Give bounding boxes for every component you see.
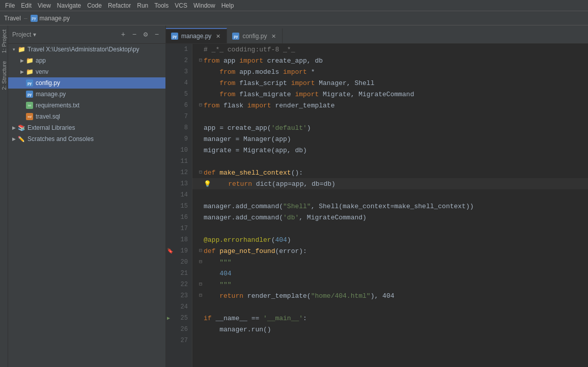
tree-arrow-venv: ▶ <box>18 69 25 74</box>
line-number-6: 6 <box>166 100 192 111</box>
code-content[interactable]: # _*_ codding:utf-8 _*_⊟from app import … <box>192 44 588 367</box>
code-line-22[interactable]: ⊟ """ <box>192 279 588 290</box>
code-line-3[interactable]: from app.models import * <box>192 66 588 77</box>
add-button[interactable]: + <box>119 30 128 39</box>
fold-arrow-22[interactable]: ⊟ <box>198 281 204 288</box>
fold-arrow-20[interactable]: ⊟ <box>198 259 204 265</box>
line-number-2: 2 <box>166 55 192 66</box>
menubar-view[interactable]: View <box>35 2 54 9</box>
code-line-6[interactable]: ⊟from flask import render_template <box>192 100 588 111</box>
code-line-17[interactable] <box>192 223 588 234</box>
code-line-18[interactable]: @app.errorhandler(404) <box>192 234 588 245</box>
warning-icon-13: 💡 <box>204 180 211 188</box>
line-number-11: 11 <box>166 156 192 167</box>
tree-item-requirements[interactable]: txt requirements.txt <box>8 100 165 111</box>
menubar-vcs[interactable]: VCS <box>172 2 190 9</box>
tree-arrow-ext: ▶ <box>10 125 17 130</box>
code-line-15[interactable]: manager.add_command("Shell", Shell(make_… <box>192 201 588 212</box>
tab-config-py[interactable]: py config.py ✕ <box>227 28 283 43</box>
sidebar: Project ▾ + − ⚙ − ▾ 📁 Travel X:\Users\Ad… <box>8 25 166 367</box>
folder-icon-root: 📁 <box>17 45 25 53</box>
menubar-run[interactable]: Run <box>134 2 151 9</box>
tree-label-manage: manage.py <box>36 91 66 98</box>
line-number-16: 16 <box>166 212 192 223</box>
tree-item-manage[interactable]: py manage.py <box>8 89 165 100</box>
settings-button[interactable]: ⚙ <box>141 30 150 39</box>
menubar-tools[interactable]: Tools <box>151 2 172 9</box>
code-line-4[interactable]: from flask_script import Manager, Shell <box>192 77 588 89</box>
menubar-edit[interactable]: Edit <box>18 2 35 9</box>
menubar-help[interactable]: Help <box>218 2 237 9</box>
tab-close-manage[interactable]: ✕ <box>214 33 221 40</box>
side-tab-project[interactable]: 1: Project <box>0 25 8 57</box>
tree-item-sql[interactable]: sql travel.sql <box>8 111 165 122</box>
code-line-10[interactable]: migrate = Migrate(app, db) <box>192 145 588 156</box>
code-line-11[interactable] <box>192 156 588 167</box>
tab-manage-py[interactable]: py manage.py ✕ <box>166 28 227 43</box>
tab-close-config[interactable]: ✕ <box>270 33 277 40</box>
tree-arrow-app: ▶ <box>18 58 25 63</box>
code-editor: 123456789101112131415161718🔖192021222324… <box>166 44 588 367</box>
titlebar-separator: – <box>24 15 27 22</box>
tree-label-scratches: Scratches and Consoles <box>27 135 94 143</box>
line-number-14: 14 <box>166 189 192 201</box>
code-line-27[interactable] <box>192 335 588 346</box>
code-line-5[interactable]: from flask_migrate import Migrate, Migra… <box>192 89 588 100</box>
tree-item-app[interactable]: ▶ 📁 app <box>8 55 165 66</box>
menubar-navigate[interactable]: Navigate <box>54 2 84 9</box>
line-number-5: 5 <box>166 89 192 100</box>
tab-label-manage: manage.py <box>181 33 211 40</box>
tree-label-app: app <box>36 57 46 64</box>
folder-icon-app: 📁 <box>25 57 34 65</box>
titlebar-file-name: manage.py <box>40 15 70 22</box>
code-line-21[interactable]: 404 <box>192 268 588 279</box>
code-line-1[interactable]: # _*_ codding:utf-8 _*_ <box>192 44 588 55</box>
code-line-12[interactable]: ⊟def make_shell_context(): <box>192 167 588 178</box>
titlebar-file: py manage.py <box>31 15 70 22</box>
line-number-26: 26 <box>166 324 192 335</box>
menubar-file[interactable]: File <box>2 2 18 9</box>
code-line-23[interactable]: ⊟ return render_template("home/404.html"… <box>192 290 588 301</box>
side-tab-structure[interactable]: 2: Structure <box>0 57 8 94</box>
side-tabs-left: 1: Project 2: Structure <box>0 25 8 367</box>
line-number-8: 8 <box>166 122 192 133</box>
code-line-13[interactable]: 💡 return dict(app=app, db=db) <box>192 178 588 189</box>
code-line-24[interactable] <box>192 301 588 313</box>
fold-arrow-23[interactable]: ⊟ <box>198 293 204 299</box>
fold-arrow-19[interactable]: ⊟ <box>198 248 204 254</box>
tab-icon-config: py <box>232 33 239 40</box>
tree-item-config[interactable]: py config.py <box>8 77 165 89</box>
menubar-refactor[interactable]: Refactor <box>105 2 134 9</box>
close-button[interactable]: − <box>152 30 161 39</box>
code-line-8[interactable]: app = create_app('default') <box>192 122 588 133</box>
code-line-26[interactable]: manager.run() <box>192 324 588 335</box>
code-line-16[interactable]: manager.add_command('db', MigrateCommand… <box>192 212 588 223</box>
tree-item-venv[interactable]: ▶ 📁 venv <box>8 66 165 77</box>
code-line-7[interactable] <box>192 111 588 122</box>
sql-icon-travel: sql <box>25 112 34 121</box>
line-number-25: ▶25 <box>166 313 192 324</box>
titlebar-project: Travel <box>4 15 21 22</box>
fold-arrow-6[interactable]: ⊟ <box>198 102 204 108</box>
line-number-10: 10 <box>166 145 192 156</box>
fold-arrow-2[interactable]: ⊟ <box>198 58 204 64</box>
tree-label-root: Travel X:\Users\Administrator\Desktop\py <box>27 46 139 53</box>
scratch-icon: ✏️ <box>17 135 25 143</box>
fold-arrow-12[interactable]: ⊟ <box>198 170 204 176</box>
tree-item-root[interactable]: ▾ 📁 Travel X:\Users\Administrator\Deskto… <box>8 44 165 55</box>
line-number-18: 18 <box>166 234 192 245</box>
code-line-2[interactable]: ⊟from app import create_app, db <box>192 55 588 66</box>
tree-label-requirements: requirements.txt <box>36 102 79 109</box>
code-line-14[interactable] <box>192 189 588 201</box>
code-line-19[interactable]: ⊟def page_not_found(error): <box>192 245 588 257</box>
lib-icon-ext: 📚 <box>17 124 25 132</box>
tree-item-scratches[interactable]: ▶ ✏️ Scratches and Consoles <box>8 133 165 145</box>
code-line-20[interactable]: ⊟ """ <box>192 257 588 268</box>
menubar-window[interactable]: Window <box>190 2 218 9</box>
menubar-code[interactable]: Code <box>84 2 105 9</box>
code-line-9[interactable]: manager = Manager(app) <box>192 133 588 145</box>
tab-bar: py manage.py ✕ py config.py ✕ <box>166 25 588 44</box>
tree-item-ext-libs[interactable]: ▶ 📚 External Libraries <box>8 122 165 133</box>
code-line-25[interactable]: if __name__ == '__main__': <box>192 313 588 324</box>
minus-button[interactable]: − <box>130 30 139 39</box>
